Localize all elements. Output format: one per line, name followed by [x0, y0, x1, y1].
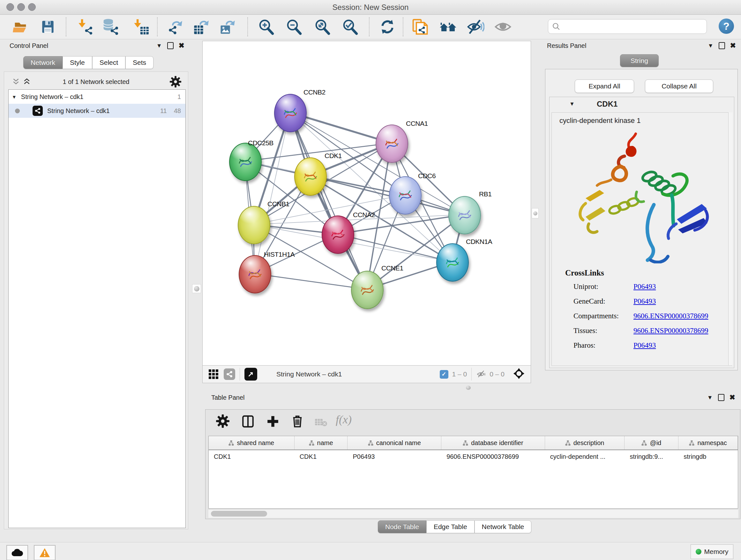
zoom-fit-button[interactable]: [313, 18, 331, 36]
network-node-RB1[interactable]: [448, 196, 481, 234]
crosslink-link[interactable]: 9606.ENSP00000378699: [633, 327, 709, 335]
network-node-CDC25B[interactable]: [229, 143, 262, 181]
tab-sets[interactable]: Sets: [125, 56, 153, 69]
import-network-from-database-button[interactable]: [102, 18, 119, 36]
crosslink-link[interactable]: P06493: [633, 297, 656, 306]
table-cell[interactable]: stringdb: [678, 453, 738, 460]
scrollbar-thumb[interactable]: [211, 511, 267, 516]
control-panel-maximize-button[interactable]: [167, 42, 174, 49]
results-panel-close-button[interactable]: ✖: [730, 42, 736, 49]
network-node-HIST1H1A[interactable]: [239, 255, 271, 294]
column-header-shared-name[interactable]: shared name: [209, 436, 294, 449]
grid-view-button[interactable]: [208, 368, 219, 380]
table-row[interactable]: CDK1CDK1P064939606.ENSP00000378699cyclin…: [209, 450, 738, 463]
collection-expand-arrow-icon[interactable]: ▼: [12, 94, 17, 100]
import-network-button[interactable]: [77, 18, 94, 36]
zoom-selected-button[interactable]: [341, 18, 359, 36]
home-networks-button[interactable]: [439, 18, 457, 36]
crosslink-link[interactable]: 9606.ENSP00000378699: [633, 312, 709, 320]
network-node-CCNE1[interactable]: [351, 271, 384, 309]
network-options-button[interactable]: [170, 76, 182, 88]
gene-details: cyclin-dependent kinase 1: [551, 112, 732, 366]
zoom-out-button[interactable]: [285, 18, 303, 36]
table-panel-maximize-button[interactable]: [718, 394, 724, 401]
search-field[interactable]: [560, 23, 696, 30]
network-node-CDKN1A[interactable]: [436, 243, 469, 282]
zoom-in-button[interactable]: [257, 18, 275, 36]
left-splitter-handle[interactable]: [192, 284, 201, 293]
table-options-button[interactable]: [216, 414, 230, 428]
hide-panel-button[interactable]: [467, 18, 484, 36]
column-header-namespac[interactable]: namespac: [678, 436, 738, 449]
tab-string[interactable]: String: [620, 54, 659, 67]
warnings-button[interactable]: [34, 545, 56, 560]
import-table-button[interactable]: [132, 18, 150, 36]
detach-view-button[interactable]: [245, 368, 257, 381]
tab-network[interactable]: Network: [23, 56, 63, 69]
tab-style[interactable]: Style: [63, 56, 92, 69]
network-collection-row[interactable]: ▼ String Network – cdk1 1: [9, 90, 185, 104]
table-cell[interactable]: CDK1: [294, 453, 348, 460]
crosslink-link[interactable]: P06493: [633, 341, 656, 350]
results-scrollbar[interactable]: [728, 112, 733, 365]
table-cell[interactable]: CDK1: [209, 453, 294, 460]
column-header-canonical-name[interactable]: canonical name: [347, 436, 441, 449]
expand-all-button[interactable]: Expand All: [575, 79, 634, 93]
network-row-selected[interactable]: String Network – cdk1 11 48: [9, 104, 185, 118]
network-view-mode-button[interactable]: [224, 368, 235, 380]
tab-select[interactable]: Select: [92, 56, 125, 69]
show-panel-button[interactable]: [494, 18, 512, 36]
network-node-CCNB2[interactable]: [274, 94, 307, 132]
delete-table-button[interactable]: [315, 418, 327, 428]
network-node-CDC6[interactable]: [389, 176, 421, 214]
delete-column-button[interactable]: [290, 414, 305, 430]
table-cell[interactable]: P06493: [347, 453, 441, 460]
selected-counts: 1 – 0: [452, 370, 467, 378]
table-cell[interactable]: 9606.ENSP00000378699: [441, 453, 545, 460]
table-cell[interactable]: cyclin-dependent ...: [545, 453, 625, 460]
create-column-button[interactable]: [266, 415, 280, 430]
control-panel-float-button[interactable]: ▼: [156, 43, 162, 49]
column-header-label: name: [317, 439, 333, 447]
export-network-button[interactable]: [166, 18, 184, 36]
network-edge[interactable]: [290, 112, 367, 289]
column-header-database-identifier[interactable]: database identifier: [441, 436, 545, 449]
column-header-@id[interactable]: @id: [624, 436, 678, 449]
network-canvas[interactable]: CCNB2CCNA1CDC25BCDK1CDC6RB1CCNB1CCNA2CDK…: [202, 41, 531, 366]
function-builder-button[interactable]: f(x): [336, 413, 352, 426]
network-node-CDK1[interactable]: [294, 158, 327, 196]
bottom-splitter-handle[interactable]: [466, 386, 471, 390]
column-header-description[interactable]: description: [545, 436, 625, 449]
collapse-all-button[interactable]: Collapse All: [645, 79, 713, 93]
results-panel-float-button[interactable]: ▼: [708, 43, 714, 49]
table-panel-close-button[interactable]: ✖: [730, 394, 735, 401]
cloud-status-button[interactable]: [6, 545, 28, 560]
selected-items-checkbox[interactable]: ✓: [440, 370, 448, 379]
control-panel-close-button[interactable]: ✖: [179, 42, 185, 49]
global-search-input[interactable]: [548, 19, 707, 34]
help-button[interactable]: ?: [719, 18, 734, 34]
memory-button[interactable]: Memory: [690, 544, 733, 559]
tab-network-table[interactable]: Network Table: [475, 520, 532, 533]
section-collapse-arrow-icon[interactable]: ▼: [569, 101, 575, 107]
table-panel-float-button[interactable]: ▼: [707, 395, 713, 400]
column-header-name[interactable]: name: [294, 436, 348, 449]
tab-node-table[interactable]: Node Table: [378, 520, 426, 533]
table-horizontal-scrollbar[interactable]: [208, 509, 738, 518]
open-session-button[interactable]: [11, 18, 29, 36]
network-node-CCNB1[interactable]: [238, 206, 270, 244]
export-table-button[interactable]: [192, 18, 210, 36]
export-image-button[interactable]: [218, 18, 236, 36]
network-node-CCNA1[interactable]: [376, 125, 408, 163]
right-splitter-handle[interactable]: [532, 208, 539, 219]
save-session-button[interactable]: [39, 18, 57, 36]
table-cell[interactable]: stringdb:9...: [624, 453, 678, 460]
show-columns-button[interactable]: [241, 415, 255, 430]
network-node-CCNA2[interactable]: [322, 215, 354, 254]
birdseye-button[interactable]: [513, 368, 525, 381]
apply-layout-button[interactable]: [379, 18, 396, 36]
string-import-button[interactable]: [411, 18, 429, 36]
results-panel-maximize-button[interactable]: [719, 42, 725, 49]
crosslink-link[interactable]: P06493: [633, 283, 656, 291]
tab-edge-table[interactable]: Edge Table: [426, 520, 475, 533]
